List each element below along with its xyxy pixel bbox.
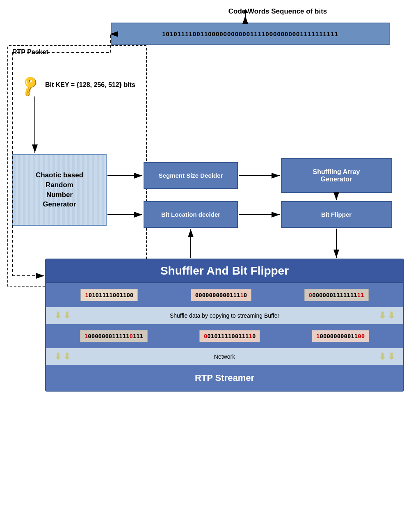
bit-flipper-label: Bit Flipper — [321, 211, 352, 218]
seg2-1-red2: 0 — [129, 333, 132, 339]
rtp-streamer-label: RTP Streamer — [195, 373, 254, 383]
seg2-black: 0000000000111 — [195, 292, 240, 298]
bit-location-label: Bit Location decider — [161, 211, 220, 218]
binary-segment-2-1: 10000000111110111 — [80, 330, 148, 342]
seg2-1-black2: 111 — [133, 333, 143, 339]
seg3-red-end: 11 — [357, 292, 364, 298]
binary-segment-1-1: 10101111001100 — [80, 289, 138, 301]
shuffler-container: Shuffler And Bit Flipper 10101111001100 … — [45, 259, 404, 392]
network-arrows-right: ⬇ ⬇ — [379, 351, 395, 362]
shuffle-buffer-label: Shuffle data by copying to streaming Buf… — [71, 312, 379, 319]
shuffling-array-generator-box: Shuffling ArrayGenerator — [281, 158, 392, 193]
shuffle-label-row: ⬇ ⬇ Shuffle data by copying to streaming… — [46, 307, 403, 324]
binary-segment-1-3: 0000000111111111 — [304, 289, 369, 301]
net-down-1: ⬇ — [54, 351, 62, 362]
binary-segment-2-3: 10000000001100 — [312, 330, 369, 342]
shuffler-title: Shuffler And Bit Flipper — [46, 259, 403, 283]
binary-segment-2-2: 001011110011110 — [199, 330, 260, 342]
rtp-streamer-row: RTP Streamer — [46, 365, 403, 391]
seg1-black: 0101111001100 — [89, 292, 134, 298]
net-down-4: ⬇ — [388, 351, 395, 362]
net-down-3: ⬇ — [379, 351, 386, 362]
binary-segment-1-2: 000000000011110 — [191, 289, 251, 301]
binary-row-1: 10101111001100 000000000011110 000000011… — [46, 283, 403, 307]
top-binary-box: 1010111100110000000000011110000000001111… — [111, 23, 390, 45]
shuffle-arrows-right: ⬇ ⬇ — [379, 310, 395, 321]
network-arrows-left: ⬇ ⬇ — [54, 351, 71, 362]
seg2-3-red2: 00 — [358, 333, 365, 339]
code-words-label: Code Words Sequence of bits — [135, 7, 420, 16]
segment-size-label: Segment Size Decider — [159, 172, 223, 179]
seg3-black: 0000001111111 — [312, 292, 357, 298]
seg2-3-black: 00000000011 — [320, 333, 358, 339]
bit-location-decider-box: Bit Location decider — [144, 201, 238, 228]
chaotic-rng-box: Chaotic basedRandomNumberGenerator — [12, 154, 107, 226]
arrow-up-to-codewords — [245, 12, 246, 23]
down-arrow-1: ⬇ — [54, 310, 62, 321]
bit-flipper-box: Bit Flipper — [281, 201, 392, 228]
down-arrow-3: ⬇ — [379, 310, 386, 321]
net-down-2: ⬇ — [63, 351, 71, 362]
seg1-red-start: 1 — [85, 292, 88, 298]
down-arrow-4: ⬇ — [388, 310, 395, 321]
top-binary-value: 1010111100110000000000011110000000001111… — [162, 30, 338, 37]
seg3-red-start: 0 — [309, 292, 312, 298]
network-row: ⬇ ⬇ Network ⬇ ⬇ — [46, 348, 403, 365]
seg2-2-black2: 0 — [252, 333, 256, 339]
bit-key-label: Bit KEY = {128, 256, 512} bits — [45, 81, 135, 89]
shuffle-arrows-left: ⬇ ⬇ — [54, 310, 71, 321]
down-arrow-2: ⬇ — [63, 310, 71, 321]
seg2-2-black: 010111100111 — [207, 333, 249, 339]
seg2-red: 1 — [240, 292, 243, 298]
segment-size-decider-box: Segment Size Decider — [144, 162, 238, 189]
seg2-2-red2: 1 — [249, 333, 252, 339]
binary-row-2: 10000000111110111 001011110011110 100000… — [46, 324, 403, 348]
network-label: Network — [71, 353, 379, 360]
seg2-black2: 0 — [244, 292, 247, 298]
diagram: Code Words Sequence of bits 101011110011… — [0, 0, 420, 511]
seg2-3-red: 1 — [316, 333, 320, 339]
seg2-1-black: 000000011111 — [88, 333, 129, 339]
